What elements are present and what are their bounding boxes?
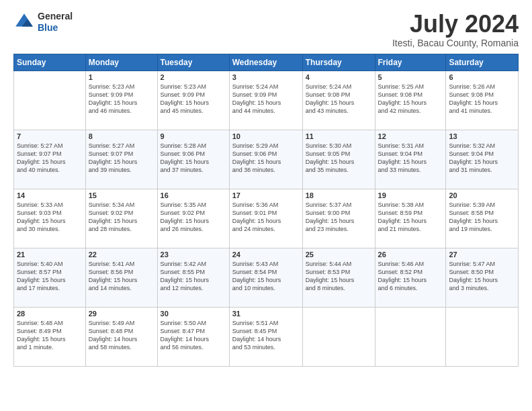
day-number: 14 — [17, 191, 83, 199]
day-number: 2 — [161, 73, 226, 81]
calendar-cell: 6Sunrise: 5:26 AM Sunset: 9:08 PM Daylig… — [446, 71, 519, 130]
calendar-cell: 11Sunrise: 5:30 AM Sunset: 9:05 PM Dayli… — [302, 130, 375, 189]
logo-blue: Blue — [38, 22, 73, 34]
page: General Blue July 2024 Itesti, Bacau Cou… — [0, 0, 532, 411]
day-number: 18 — [306, 191, 372, 199]
day-number: 13 — [449, 132, 515, 140]
day-info: Sunrise: 5:26 AM Sunset: 9:08 PM Dayligh… — [449, 83, 515, 116]
day-number: 4 — [306, 73, 372, 81]
day-number: 30 — [161, 310, 226, 318]
day-info: Sunrise: 5:42 AM Sunset: 8:55 PM Dayligh… — [161, 260, 226, 293]
day-info: Sunrise: 5:39 AM Sunset: 8:58 PM Dayligh… — [449, 201, 515, 234]
logo: General Blue — [13, 11, 73, 34]
logo-text: General Blue — [38, 11, 73, 34]
calendar-cell: 25Sunrise: 5:44 AM Sunset: 8:53 PM Dayli… — [302, 248, 375, 307]
calendar-cell: 15Sunrise: 5:34 AM Sunset: 9:02 PM Dayli… — [85, 189, 157, 248]
calendar: SundayMondayTuesdayWednesdayThursdayFrid… — [13, 54, 519, 367]
calendar-cell: 29Sunrise: 5:49 AM Sunset: 8:48 PM Dayli… — [85, 307, 157, 366]
calendar-cell: 2Sunrise: 5:23 AM Sunset: 9:09 PM Daylig… — [157, 71, 229, 130]
calendar-cell: 26Sunrise: 5:46 AM Sunset: 8:52 PM Dayli… — [375, 248, 446, 307]
week-row-5: 28Sunrise: 5:48 AM Sunset: 8:49 PM Dayli… — [14, 307, 519, 366]
day-info: Sunrise: 5:37 AM Sunset: 9:00 PM Dayligh… — [306, 201, 372, 234]
day-info: Sunrise: 5:29 AM Sunset: 9:06 PM Dayligh… — [232, 142, 300, 175]
day-info: Sunrise: 5:25 AM Sunset: 9:08 PM Dayligh… — [378, 83, 443, 116]
day-number: 10 — [232, 132, 300, 140]
calendar-cell — [302, 307, 375, 366]
day-info: Sunrise: 5:49 AM Sunset: 8:48 PM Dayligh… — [89, 319, 154, 352]
calendar-cell — [375, 307, 446, 366]
day-info: Sunrise: 5:27 AM Sunset: 9:07 PM Dayligh… — [17, 142, 83, 175]
weekday-header-tuesday: Tuesday — [157, 54, 229, 71]
day-number: 5 — [378, 73, 443, 81]
day-info: Sunrise: 5:35 AM Sunset: 9:02 PM Dayligh… — [161, 201, 226, 234]
day-info: Sunrise: 5:31 AM Sunset: 9:04 PM Dayligh… — [378, 142, 443, 175]
day-number: 27 — [449, 250, 515, 259]
calendar-cell: 17Sunrise: 5:36 AM Sunset: 9:01 PM Dayli… — [229, 189, 302, 248]
day-number: 1 — [89, 73, 154, 81]
day-number: 29 — [89, 310, 154, 318]
calendar-cell: 23Sunrise: 5:42 AM Sunset: 8:55 PM Dayli… — [157, 248, 229, 307]
week-row-4: 21Sunrise: 5:40 AM Sunset: 8:57 PM Dayli… — [14, 248, 519, 307]
week-row-1: 1Sunrise: 5:23 AM Sunset: 9:09 PM Daylig… — [14, 71, 519, 130]
calendar-cell: 4Sunrise: 5:24 AM Sunset: 9:08 PM Daylig… — [302, 71, 375, 130]
calendar-cell: 22Sunrise: 5:41 AM Sunset: 8:56 PM Dayli… — [85, 248, 157, 307]
calendar-cell: 1Sunrise: 5:23 AM Sunset: 9:09 PM Daylig… — [85, 71, 157, 130]
day-number: 16 — [161, 191, 226, 199]
day-info: Sunrise: 5:24 AM Sunset: 9:09 PM Dayligh… — [232, 83, 300, 116]
day-number: 22 — [89, 250, 154, 259]
weekday-header-wednesday: Wednesday — [229, 54, 302, 71]
calendar-cell: 18Sunrise: 5:37 AM Sunset: 9:00 PM Dayli… — [302, 189, 375, 248]
title-block: July 2024 Itesti, Bacau County, Romania — [392, 11, 519, 48]
header: General Blue July 2024 Itesti, Bacau Cou… — [13, 11, 519, 48]
weekday-header-friday: Friday — [375, 54, 446, 71]
calendar-cell: 20Sunrise: 5:39 AM Sunset: 8:58 PM Dayli… — [446, 189, 519, 248]
calendar-cell: 19Sunrise: 5:38 AM Sunset: 8:59 PM Dayli… — [375, 189, 446, 248]
day-info: Sunrise: 5:34 AM Sunset: 9:02 PM Dayligh… — [89, 201, 154, 234]
weekday-header-row: SundayMondayTuesdayWednesdayThursdayFrid… — [14, 54, 519, 71]
calendar-cell: 30Sunrise: 5:50 AM Sunset: 8:47 PM Dayli… — [157, 307, 229, 366]
day-info: Sunrise: 5:41 AM Sunset: 8:56 PM Dayligh… — [89, 260, 154, 293]
day-info: Sunrise: 5:38 AM Sunset: 8:59 PM Dayligh… — [378, 201, 443, 234]
day-number: 28 — [17, 310, 83, 318]
weekday-header-sunday: Sunday — [14, 54, 86, 71]
calendar-cell: 3Sunrise: 5:24 AM Sunset: 9:09 PM Daylig… — [229, 71, 302, 130]
calendar-cell: 10Sunrise: 5:29 AM Sunset: 9:06 PM Dayli… — [229, 130, 302, 189]
day-number: 24 — [232, 250, 300, 259]
day-info: Sunrise: 5:23 AM Sunset: 9:09 PM Dayligh… — [161, 83, 226, 116]
day-info: Sunrise: 5:28 AM Sunset: 9:06 PM Dayligh… — [161, 142, 226, 175]
day-info: Sunrise: 5:40 AM Sunset: 8:57 PM Dayligh… — [17, 260, 83, 293]
calendar-cell: 7Sunrise: 5:27 AM Sunset: 9:07 PM Daylig… — [14, 130, 86, 189]
calendar-cell: 28Sunrise: 5:48 AM Sunset: 8:49 PM Dayli… — [14, 307, 86, 366]
calendar-cell: 31Sunrise: 5:51 AM Sunset: 8:45 PM Dayli… — [229, 307, 302, 366]
day-number: 9 — [161, 132, 226, 140]
day-info: Sunrise: 5:43 AM Sunset: 8:54 PM Dayligh… — [232, 260, 300, 293]
calendar-cell: 16Sunrise: 5:35 AM Sunset: 9:02 PM Dayli… — [157, 189, 229, 248]
day-number: 11 — [306, 132, 372, 140]
day-info: Sunrise: 5:47 AM Sunset: 8:50 PM Dayligh… — [449, 260, 515, 293]
logo-icon — [13, 11, 35, 33]
weekday-header-thursday: Thursday — [302, 54, 375, 71]
day-number: 21 — [17, 250, 83, 259]
calendar-cell: 14Sunrise: 5:33 AM Sunset: 9:03 PM Dayli… — [14, 189, 86, 248]
calendar-cell: 27Sunrise: 5:47 AM Sunset: 8:50 PM Dayli… — [446, 248, 519, 307]
day-info: Sunrise: 5:27 AM Sunset: 9:07 PM Dayligh… — [89, 142, 154, 175]
day-number: 31 — [232, 310, 300, 318]
day-info: Sunrise: 5:32 AM Sunset: 9:04 PM Dayligh… — [449, 142, 515, 175]
day-info: Sunrise: 5:48 AM Sunset: 8:49 PM Dayligh… — [17, 319, 83, 352]
day-number: 17 — [232, 191, 300, 199]
day-number: 3 — [232, 73, 300, 81]
week-row-3: 14Sunrise: 5:33 AM Sunset: 9:03 PM Dayli… — [14, 189, 519, 248]
day-info: Sunrise: 5:30 AM Sunset: 9:05 PM Dayligh… — [306, 142, 372, 175]
day-info: Sunrise: 5:23 AM Sunset: 9:09 PM Dayligh… — [89, 83, 154, 116]
week-row-2: 7Sunrise: 5:27 AM Sunset: 9:07 PM Daylig… — [14, 130, 519, 189]
location: Itesti, Bacau County, Romania — [392, 38, 519, 48]
day-number: 26 — [378, 250, 443, 259]
calendar-cell: 12Sunrise: 5:31 AM Sunset: 9:04 PM Dayli… — [375, 130, 446, 189]
day-number: 25 — [306, 250, 372, 259]
day-info: Sunrise: 5:33 AM Sunset: 9:03 PM Dayligh… — [17, 201, 83, 234]
calendar-cell — [446, 307, 519, 366]
day-number: 8 — [89, 132, 154, 140]
calendar-cell: 9Sunrise: 5:28 AM Sunset: 9:06 PM Daylig… — [157, 130, 229, 189]
month-title: July 2024 — [392, 11, 519, 38]
weekday-header-saturday: Saturday — [446, 54, 519, 71]
